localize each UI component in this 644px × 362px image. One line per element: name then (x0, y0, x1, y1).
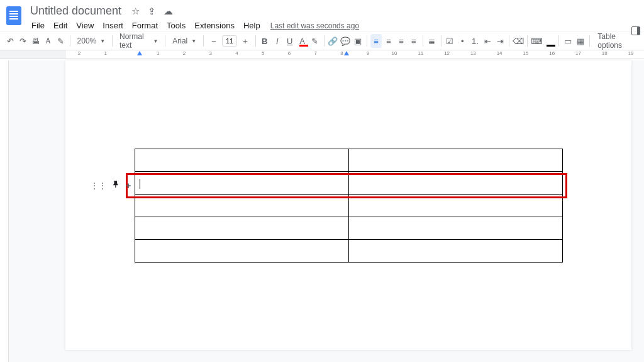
font-size-increase[interactable]: + (238, 34, 252, 48)
insert-link-button[interactable]: 🔗 (327, 34, 338, 48)
horizontal-ruler[interactable]: 2112345678910111213141516171819 (0, 50, 644, 59)
paragraph-style-select[interactable]: Normal text▼ (116, 34, 162, 48)
align-right-button[interactable]: ≡ (396, 34, 407, 48)
table-row (135, 195, 563, 217)
cell-background-button[interactable]: ▦ (575, 34, 586, 48)
right-indent-marker[interactable] (344, 51, 349, 55)
input-tools-button[interactable]: ⌨ (531, 34, 543, 48)
border-color-button[interactable] (544, 34, 555, 48)
italic-button[interactable]: I (272, 34, 283, 48)
font-size-decrease[interactable]: − (207, 34, 221, 48)
style-value: Normal text (119, 32, 150, 50)
font-select[interactable]: Arial▼ (169, 34, 200, 48)
text-color-button[interactable]: A (297, 34, 308, 48)
insert-row-icon[interactable]: + (126, 181, 131, 191)
table-row (135, 149, 563, 172)
chevron-down-icon: ▼ (153, 38, 158, 44)
align-center-button[interactable]: ≡ (383, 34, 394, 48)
table-row (135, 172, 563, 195)
menu-edit[interactable]: Edit (50, 20, 71, 31)
checklist-button[interactable]: ☑ (444, 34, 455, 48)
increase-indent-button[interactable]: ⇥ (494, 34, 506, 48)
menu-view[interactable]: View (72, 20, 97, 31)
highlight-button[interactable]: ✎ (309, 34, 321, 48)
clear-formatting-button[interactable]: ⌫ (513, 34, 524, 48)
bulleted-list-button[interactable]: • (457, 34, 468, 48)
align-justify-button[interactable]: ≡ (408, 34, 419, 48)
row-controls: ⋮⋮ + (91, 180, 131, 191)
last-edit-link[interactable]: Last edit was seconds ago (270, 21, 359, 30)
underline-button[interactable]: U (284, 34, 296, 48)
docs-logo[interactable] (6, 6, 21, 25)
menu-file[interactable]: File (28, 20, 48, 31)
menu-format[interactable]: Format (128, 20, 162, 31)
chevron-down-icon: ▼ (100, 38, 105, 44)
table-row (135, 217, 563, 240)
toolbar: ↶ ↷ 🖶 Ａ ✎ 200%▼ Normal text▼ Arial▼ − + … (0, 31, 644, 50)
document-table[interactable] (135, 149, 563, 263)
text-cursor (140, 179, 140, 189)
table-row (135, 240, 563, 263)
print-button[interactable]: 🖶 (30, 34, 42, 48)
star-icon[interactable]: ☆ (130, 6, 140, 16)
menu-extensions[interactable]: Extensions (191, 20, 238, 31)
paint-format-button[interactable]: ✎ (55, 34, 67, 48)
document-title[interactable]: Untitled document (28, 4, 124, 18)
menu-help[interactable]: Help (240, 20, 264, 31)
menu-tools[interactable]: Tools (163, 20, 189, 31)
cloud-status-icon[interactable]: ☁ (163, 6, 173, 16)
zoom-value: 200% (77, 37, 97, 45)
decrease-indent-button[interactable]: ⇤ (482, 34, 493, 48)
menu-insert[interactable]: Insert (99, 20, 127, 31)
drag-handle-icon[interactable]: ⋮⋮ (91, 181, 107, 190)
indent-marker[interactable] (137, 51, 142, 55)
spellcheck-button[interactable]: Ａ (43, 34, 54, 48)
line-spacing-button[interactable]: ≣ (426, 34, 438, 48)
add-comment-button[interactable]: 💬 (340, 34, 351, 48)
border-width-button[interactable]: ▭ (562, 34, 574, 48)
menu-bar: File Edit View Insert Format Tools Exten… (28, 20, 359, 31)
font-size-input[interactable] (222, 35, 237, 47)
redo-button[interactable]: ↷ (18, 34, 29, 48)
numbered-list-button[interactable]: 1. (469, 34, 480, 48)
font-value: Arial (172, 37, 187, 45)
pin-row-icon[interactable] (112, 180, 121, 191)
vertical-ruler[interactable] (0, 60, 9, 362)
move-icon[interactable]: ⇪ (147, 6, 157, 16)
bold-button[interactable]: B (259, 34, 270, 48)
side-panel-toggle[interactable] (631, 26, 640, 35)
insert-image-button[interactable]: ▣ (352, 34, 364, 48)
align-left-button[interactable]: ≡ (370, 34, 382, 48)
zoom-select[interactable]: 200%▼ (74, 34, 109, 48)
undo-button[interactable]: ↶ (5, 34, 16, 48)
chevron-down-icon: ▼ (191, 38, 196, 44)
document-page[interactable]: ⋮⋮ + (65, 60, 631, 350)
